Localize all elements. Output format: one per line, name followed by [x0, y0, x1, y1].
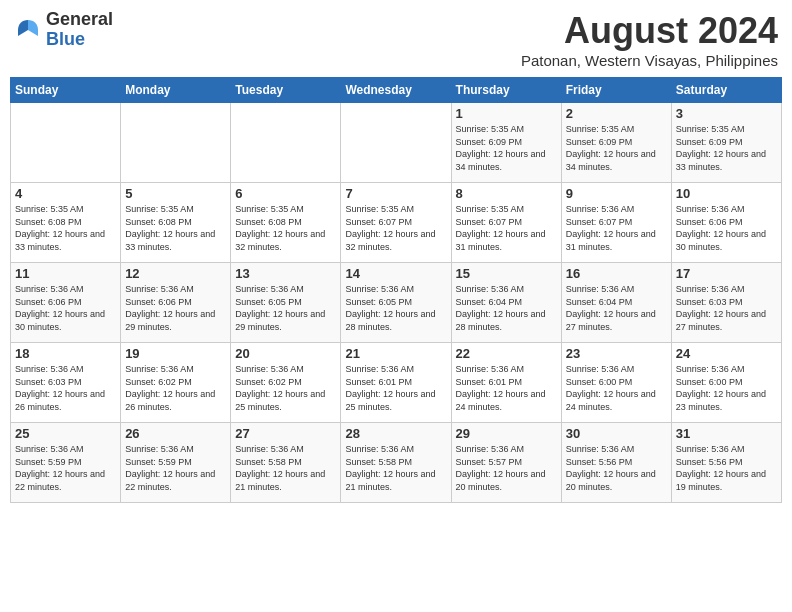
- day-number: 18: [15, 346, 116, 361]
- day-info: Sunrise: 5:36 AM Sunset: 6:00 PM Dayligh…: [676, 363, 777, 413]
- day-info: Sunrise: 5:36 AM Sunset: 6:06 PM Dayligh…: [125, 283, 226, 333]
- calendar-cell: 11Sunrise: 5:36 AM Sunset: 6:06 PM Dayli…: [11, 263, 121, 343]
- logo: General Blue: [14, 10, 113, 50]
- calendar-cell: 7Sunrise: 5:35 AM Sunset: 6:07 PM Daylig…: [341, 183, 451, 263]
- day-info: Sunrise: 5:36 AM Sunset: 6:01 PM Dayligh…: [345, 363, 446, 413]
- day-info: Sunrise: 5:35 AM Sunset: 6:08 PM Dayligh…: [15, 203, 116, 253]
- day-number: 2: [566, 106, 667, 121]
- day-number: 30: [566, 426, 667, 441]
- day-info: Sunrise: 5:35 AM Sunset: 6:09 PM Dayligh…: [676, 123, 777, 173]
- calendar-cell: 26Sunrise: 5:36 AM Sunset: 5:59 PM Dayli…: [121, 423, 231, 503]
- day-info: Sunrise: 5:36 AM Sunset: 5:59 PM Dayligh…: [125, 443, 226, 493]
- calendar-cell: [231, 103, 341, 183]
- calendar-cell: [11, 103, 121, 183]
- day-number: 11: [15, 266, 116, 281]
- day-info: Sunrise: 5:35 AM Sunset: 6:09 PM Dayligh…: [456, 123, 557, 173]
- day-number: 13: [235, 266, 336, 281]
- day-number: 27: [235, 426, 336, 441]
- day-number: 16: [566, 266, 667, 281]
- calendar-cell: 9Sunrise: 5:36 AM Sunset: 6:07 PM Daylig…: [561, 183, 671, 263]
- day-number: 17: [676, 266, 777, 281]
- day-info: Sunrise: 5:36 AM Sunset: 6:00 PM Dayligh…: [566, 363, 667, 413]
- week-row-3: 11Sunrise: 5:36 AM Sunset: 6:06 PM Dayli…: [11, 263, 782, 343]
- day-number: 1: [456, 106, 557, 121]
- day-number: 9: [566, 186, 667, 201]
- calendar-cell: 19Sunrise: 5:36 AM Sunset: 6:02 PM Dayli…: [121, 343, 231, 423]
- calendar-cell: 27Sunrise: 5:36 AM Sunset: 5:58 PM Dayli…: [231, 423, 341, 503]
- day-number: 29: [456, 426, 557, 441]
- calendar-cell: 4Sunrise: 5:35 AM Sunset: 6:08 PM Daylig…: [11, 183, 121, 263]
- day-number: 4: [15, 186, 116, 201]
- calendar-cell: [341, 103, 451, 183]
- title-block: August 2024 Patonan, Western Visayas, Ph…: [521, 10, 778, 69]
- calendar-cell: 28Sunrise: 5:36 AM Sunset: 5:58 PM Dayli…: [341, 423, 451, 503]
- day-number: 3: [676, 106, 777, 121]
- day-number: 14: [345, 266, 446, 281]
- day-info: Sunrise: 5:36 AM Sunset: 6:05 PM Dayligh…: [235, 283, 336, 333]
- calendar-cell: 31Sunrise: 5:36 AM Sunset: 5:56 PM Dayli…: [671, 423, 781, 503]
- calendar-cell: 16Sunrise: 5:36 AM Sunset: 6:04 PM Dayli…: [561, 263, 671, 343]
- calendar-cell: 13Sunrise: 5:36 AM Sunset: 6:05 PM Dayli…: [231, 263, 341, 343]
- calendar-cell: 5Sunrise: 5:35 AM Sunset: 6:08 PM Daylig…: [121, 183, 231, 263]
- day-info: Sunrise: 5:36 AM Sunset: 5:58 PM Dayligh…: [235, 443, 336, 493]
- calendar-cell: 18Sunrise: 5:36 AM Sunset: 6:03 PM Dayli…: [11, 343, 121, 423]
- day-info: Sunrise: 5:36 AM Sunset: 6:02 PM Dayligh…: [125, 363, 226, 413]
- day-header-thursday: Thursday: [451, 78, 561, 103]
- day-number: 31: [676, 426, 777, 441]
- calendar-cell: 22Sunrise: 5:36 AM Sunset: 6:01 PM Dayli…: [451, 343, 561, 423]
- day-info: Sunrise: 5:36 AM Sunset: 6:03 PM Dayligh…: [676, 283, 777, 333]
- calendar-cell: 10Sunrise: 5:36 AM Sunset: 6:06 PM Dayli…: [671, 183, 781, 263]
- day-info: Sunrise: 5:36 AM Sunset: 6:03 PM Dayligh…: [15, 363, 116, 413]
- calendar-cell: 12Sunrise: 5:36 AM Sunset: 6:06 PM Dayli…: [121, 263, 231, 343]
- day-header-friday: Friday: [561, 78, 671, 103]
- location: Patonan, Western Visayas, Philippines: [521, 52, 778, 69]
- day-number: 22: [456, 346, 557, 361]
- calendar-cell: 20Sunrise: 5:36 AM Sunset: 6:02 PM Dayli…: [231, 343, 341, 423]
- day-number: 23: [566, 346, 667, 361]
- day-header-monday: Monday: [121, 78, 231, 103]
- day-info: Sunrise: 5:36 AM Sunset: 6:05 PM Dayligh…: [345, 283, 446, 333]
- calendar-cell: 3Sunrise: 5:35 AM Sunset: 6:09 PM Daylig…: [671, 103, 781, 183]
- day-info: Sunrise: 5:35 AM Sunset: 6:07 PM Dayligh…: [456, 203, 557, 253]
- week-row-1: 1Sunrise: 5:35 AM Sunset: 6:09 PM Daylig…: [11, 103, 782, 183]
- day-info: Sunrise: 5:36 AM Sunset: 6:04 PM Dayligh…: [566, 283, 667, 333]
- calendar-cell: 30Sunrise: 5:36 AM Sunset: 5:56 PM Dayli…: [561, 423, 671, 503]
- day-info: Sunrise: 5:35 AM Sunset: 6:07 PM Dayligh…: [345, 203, 446, 253]
- day-info: Sunrise: 5:36 AM Sunset: 5:59 PM Dayligh…: [15, 443, 116, 493]
- page-header: General Blue August 2024 Patonan, Wester…: [10, 10, 782, 69]
- day-number: 20: [235, 346, 336, 361]
- day-number: 28: [345, 426, 446, 441]
- month-title: August 2024: [521, 10, 778, 52]
- day-header-sunday: Sunday: [11, 78, 121, 103]
- calendar-cell: 2Sunrise: 5:35 AM Sunset: 6:09 PM Daylig…: [561, 103, 671, 183]
- day-number: 26: [125, 426, 226, 441]
- week-row-4: 18Sunrise: 5:36 AM Sunset: 6:03 PM Dayli…: [11, 343, 782, 423]
- day-number: 15: [456, 266, 557, 281]
- calendar-cell: 15Sunrise: 5:36 AM Sunset: 6:04 PM Dayli…: [451, 263, 561, 343]
- day-number: 8: [456, 186, 557, 201]
- day-info: Sunrise: 5:35 AM Sunset: 6:08 PM Dayligh…: [235, 203, 336, 253]
- calendar-cell: 6Sunrise: 5:35 AM Sunset: 6:08 PM Daylig…: [231, 183, 341, 263]
- calendar-cell: 8Sunrise: 5:35 AM Sunset: 6:07 PM Daylig…: [451, 183, 561, 263]
- day-number: 12: [125, 266, 226, 281]
- logo-text: General Blue: [46, 10, 113, 50]
- day-info: Sunrise: 5:36 AM Sunset: 5:56 PM Dayligh…: [676, 443, 777, 493]
- day-number: 6: [235, 186, 336, 201]
- day-number: 19: [125, 346, 226, 361]
- day-number: 21: [345, 346, 446, 361]
- calendar-cell: 17Sunrise: 5:36 AM Sunset: 6:03 PM Dayli…: [671, 263, 781, 343]
- day-info: Sunrise: 5:36 AM Sunset: 6:01 PM Dayligh…: [456, 363, 557, 413]
- day-info: Sunrise: 5:36 AM Sunset: 6:07 PM Dayligh…: [566, 203, 667, 253]
- week-row-5: 25Sunrise: 5:36 AM Sunset: 5:59 PM Dayli…: [11, 423, 782, 503]
- day-info: Sunrise: 5:36 AM Sunset: 5:56 PM Dayligh…: [566, 443, 667, 493]
- calendar-cell: 23Sunrise: 5:36 AM Sunset: 6:00 PM Dayli…: [561, 343, 671, 423]
- calendar-cell: 1Sunrise: 5:35 AM Sunset: 6:09 PM Daylig…: [451, 103, 561, 183]
- day-number: 5: [125, 186, 226, 201]
- day-info: Sunrise: 5:36 AM Sunset: 6:04 PM Dayligh…: [456, 283, 557, 333]
- calendar-cell: 29Sunrise: 5:36 AM Sunset: 5:57 PM Dayli…: [451, 423, 561, 503]
- calendar-table: SundayMondayTuesdayWednesdayThursdayFrid…: [10, 77, 782, 503]
- calendar-cell: 21Sunrise: 5:36 AM Sunset: 6:01 PM Dayli…: [341, 343, 451, 423]
- day-number: 10: [676, 186, 777, 201]
- week-row-2: 4Sunrise: 5:35 AM Sunset: 6:08 PM Daylig…: [11, 183, 782, 263]
- calendar-cell: 24Sunrise: 5:36 AM Sunset: 6:00 PM Dayli…: [671, 343, 781, 423]
